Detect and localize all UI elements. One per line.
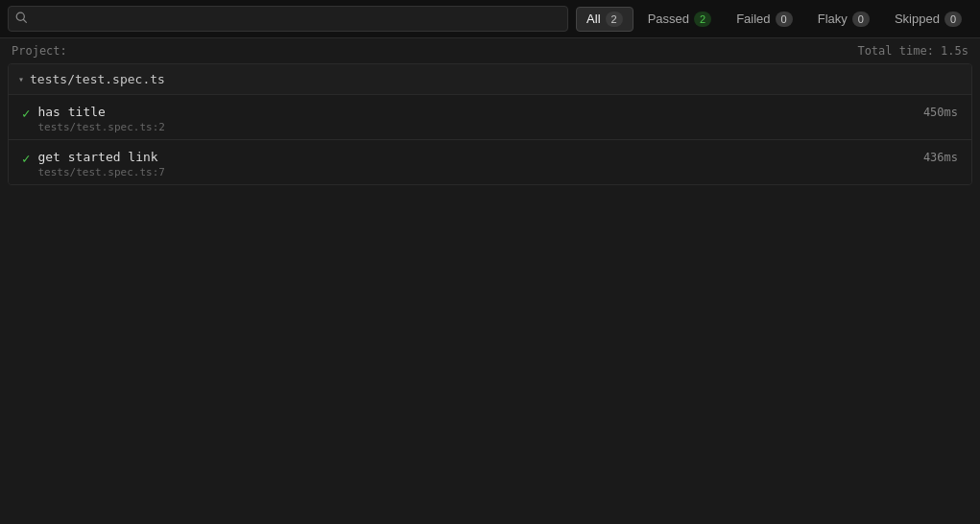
test-info: has title tests/test.spec.ts:2	[37, 105, 164, 133]
test-name: has title	[37, 105, 164, 119]
top-bar: All 2 Passed 2 Failed 0 Flaky 0 Skipped …	[0, 0, 980, 38]
test-duration: 450ms	[923, 106, 958, 119]
filter-tab-failed[interactable]: Failed 0	[726, 7, 803, 32]
filter-failed-badge: 0	[776, 12, 793, 27]
project-label: Project:	[12, 44, 67, 58]
filter-passed-badge: 2	[694, 12, 711, 27]
filter-all-label: All	[586, 12, 600, 26]
test-item[interactable]: ✓ get started link tests/test.spec.ts:7 …	[9, 139, 971, 184]
filter-flaky-badge: 0	[852, 12, 870, 27]
filter-skipped-badge: 0	[944, 12, 962, 27]
check-icon: ✓	[22, 106, 30, 121]
filter-tabs: All 2 Passed 2 Failed 0 Flaky 0 Skipped …	[576, 7, 972, 32]
filter-all-badge: 2	[606, 12, 623, 27]
filter-tab-passed[interactable]: Passed 2	[637, 7, 723, 32]
filter-tab-skipped[interactable]: Skipped 0	[884, 7, 972, 32]
test-path: tests/test.spec.ts:2	[37, 121, 164, 133]
test-name: get started link	[37, 150, 164, 164]
test-list: ▾ tests/test.spec.ts ✓ has title tests/t…	[0, 63, 980, 185]
test-item-left: ✓ has title tests/test.spec.ts:2	[22, 105, 165, 133]
spec-header[interactable]: ▾ tests/test.spec.ts	[9, 64, 971, 94]
filter-tab-flaky[interactable]: Flaky 0	[807, 7, 880, 32]
project-bar: Project: Total time: 1.5s	[0, 38, 980, 63]
filter-passed-label: Passed	[648, 12, 689, 26]
check-icon: ✓	[22, 151, 30, 166]
test-item[interactable]: ✓ has title tests/test.spec.ts:2 450ms	[9, 94, 971, 139]
spec-group: ▾ tests/test.spec.ts ✓ has title tests/t…	[8, 63, 972, 185]
search-input[interactable]	[8, 6, 568, 32]
search-container	[8, 6, 568, 32]
filter-tab-all[interactable]: All 2	[576, 7, 633, 32]
filter-flaky-label: Flaky	[818, 12, 848, 26]
test-duration: 436ms	[923, 151, 958, 164]
test-item-left: ✓ get started link tests/test.spec.ts:7	[22, 150, 165, 179]
spec-group-name: tests/test.spec.ts	[30, 72, 165, 86]
main-content: ▾ tests/test.spec.ts ✓ has title tests/t…	[0, 63, 980, 185]
test-info: get started link tests/test.spec.ts:7	[37, 150, 164, 179]
filter-skipped-label: Skipped	[895, 12, 940, 26]
total-time: Total time: 1.5s	[857, 44, 968, 58]
chevron-down-icon: ▾	[18, 74, 24, 84]
filter-failed-label: Failed	[736, 12, 770, 26]
test-path: tests/test.spec.ts:7	[37, 166, 164, 179]
